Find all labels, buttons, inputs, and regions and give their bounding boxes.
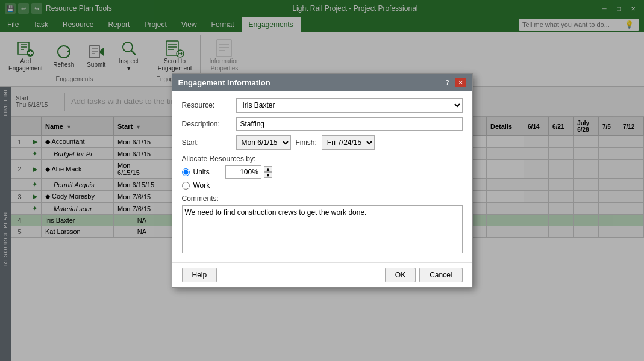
finish-date-dropdown[interactable]: Fri 7/24/15 — [322, 135, 375, 150]
modal-overlay: Engagement Information ? ✕ Resource: Iri… — [0, 0, 644, 361]
engagement-information-dialog: Engagement Information ? ✕ Resource: Iri… — [172, 73, 473, 288]
modal-help-icon[interactable]: ? — [442, 78, 453, 87]
cancel-button[interactable]: Cancel — [419, 268, 462, 282]
resource-select[interactable]: Iris Baxter — [236, 98, 463, 113]
comments-section: Comments: We need to find construction c… — [182, 194, 463, 255]
units-radio-row: Units ▲ ▼ — [182, 165, 463, 179]
date-row: Start: Mon 6/1/15 Finish: Fri 7/24/15 — [182, 135, 463, 150]
work-label: Work — [193, 181, 210, 190]
finish-label: Finish: — [296, 138, 317, 147]
description-input[interactable] — [236, 117, 463, 131]
units-group: ▲ ▼ — [225, 165, 272, 179]
allocate-label: Allocate Resources by: — [182, 155, 463, 163]
start-date-dropdown[interactable]: Mon 6/1/15 — [236, 135, 291, 150]
help-button[interactable]: Help — [182, 268, 217, 282]
units-label: Units — [193, 168, 210, 176]
allocate-section: Allocate Resources by: Units ▲ ▼ Work — [182, 155, 463, 190]
description-label: Description: — [182, 120, 236, 128]
units-value-input[interactable] — [225, 165, 261, 179]
resource-label: Resource: — [182, 101, 236, 110]
start-label: Start: — [182, 138, 236, 147]
modal-title-bar: Engagement Information ? ✕ — [172, 74, 472, 91]
modal-body: Resource: Iris Baxter Description: Start… — [172, 91, 472, 262]
modal-footer: Help OK Cancel — [172, 262, 472, 287]
work-radio-row: Work — [182, 181, 463, 190]
modal-close-button[interactable]: ✕ — [455, 78, 466, 87]
spin-down-button[interactable]: ▼ — [264, 172, 272, 178]
finish-date-select[interactable]: Fri 7/24/15 — [322, 135, 375, 150]
modal-title: Engagement Information — [178, 78, 270, 87]
spin-up-button[interactable]: ▲ — [264, 166, 272, 172]
comments-textarea[interactable]: We need to find construction crews to ge… — [182, 205, 463, 253]
resource-row: Resource: Iris Baxter — [182, 98, 463, 113]
units-radio[interactable] — [182, 168, 190, 176]
work-radio[interactable] — [182, 182, 190, 190]
comments-label: Comments: — [182, 194, 463, 203]
ok-button[interactable]: OK — [385, 268, 416, 282]
footer-buttons-right: OK Cancel — [385, 268, 463, 282]
spinner-buttons[interactable]: ▲ ▼ — [264, 166, 272, 178]
description-row: Description: — [182, 117, 463, 131]
start-date-select[interactable]: Mon 6/1/15 — [236, 135, 291, 150]
date-group: Mon 6/1/15 Finish: Fri 7/24/15 — [236, 135, 463, 150]
modal-controls[interactable]: ? ✕ — [442, 78, 466, 87]
